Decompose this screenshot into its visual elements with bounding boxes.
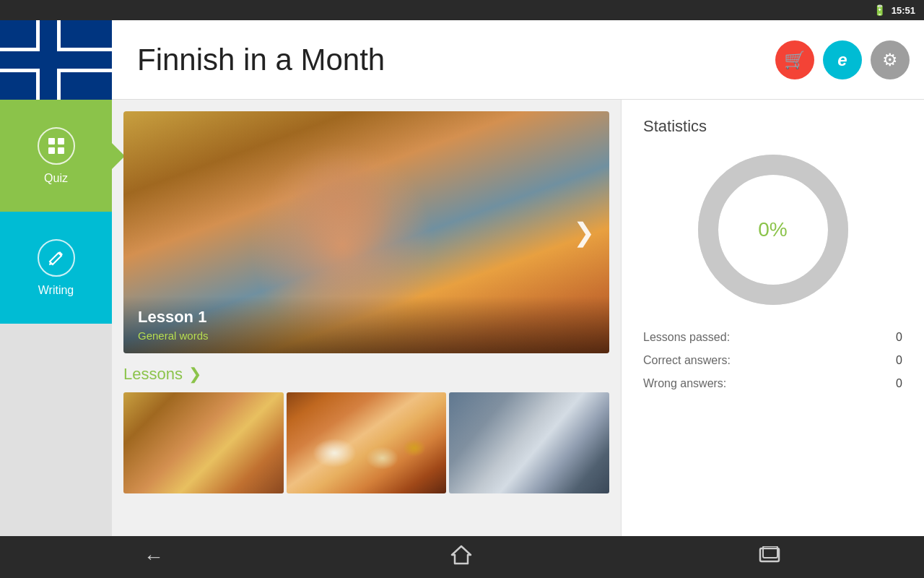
svg-marker-8	[452, 546, 471, 564]
info-icon: e	[837, 50, 847, 70]
lesson-thumb-3[interactable]	[449, 392, 609, 493]
wrong-answers-label: Wrong answers:	[643, 377, 726, 390]
battery-icon: 🔋	[873, 4, 886, 16]
donut-percent: 0%	[758, 218, 787, 241]
cart-icon: 🛒	[784, 50, 806, 70]
home-button[interactable]	[422, 539, 501, 576]
status-time: 15:51	[892, 5, 915, 16]
sidebar-item-writing[interactable]: Writing	[0, 212, 112, 324]
content-area: Quiz Writing Lesson 1 G	[0, 100, 924, 543]
recents-icon	[759, 545, 780, 569]
lessons-grid	[123, 392, 609, 493]
sidebar-item-quiz[interactable]: Quiz	[0, 100, 112, 212]
back-button[interactable]: ←	[115, 540, 193, 574]
donut-chart: 0%	[694, 150, 853, 309]
quiz-label: Quiz	[44, 172, 68, 185]
wrong-answers-value: 0	[896, 377, 902, 390]
recents-button[interactable]	[730, 540, 809, 574]
header-buttons: 🛒 e ⚙	[775, 40, 910, 79]
correct-answers-label: Correct answers:	[643, 354, 731, 367]
lessons-header: Lessons ❯	[123, 365, 609, 384]
svg-rect-3	[58, 147, 64, 154]
quiz-icon-container	[38, 127, 75, 165]
svg-rect-0	[48, 138, 55, 144]
wrong-answers-row: Wrong answers: 0	[643, 377, 902, 390]
status-bar: 🔋 15:51	[0, 0, 924, 20]
info-button[interactable]: e	[823, 40, 862, 79]
lessons-passed-row: Lessons passed: 0	[643, 331, 902, 344]
lessons-passed-value: 0	[896, 331, 902, 344]
gear-icon: ⚙	[882, 50, 898, 70]
settings-button[interactable]: ⚙	[871, 40, 910, 79]
lesson-thumb-1[interactable]	[123, 392, 284, 493]
sidebar: Quiz Writing	[0, 100, 112, 543]
lesson-title: Lesson 1	[138, 308, 595, 327]
correct-answers-row: Correct answers: 0	[643, 354, 902, 367]
lesson-thumb-2[interactable]	[287, 392, 447, 493]
writing-label: Writing	[38, 284, 74, 297]
app-container: Finnish in a Month 🛒 e ⚙	[0, 20, 924, 543]
lesson-next-arrow[interactable]: ❯	[573, 217, 595, 248]
cart-button[interactable]: 🛒	[775, 40, 814, 79]
lessons-title: Lessons	[123, 365, 183, 384]
nav-bar: ←	[0, 536, 924, 578]
main-content: Lesson 1 General words ❯ Lessons ❯	[112, 100, 621, 543]
writing-icon-container	[38, 239, 75, 277]
flag-icon	[0, 20, 112, 100]
featured-lesson[interactable]: Lesson 1 General words ❯	[123, 111, 609, 353]
lessons-passed-label: Lessons passed:	[643, 331, 730, 344]
grid-icon	[47, 137, 66, 155]
svg-rect-1	[58, 138, 64, 144]
donut-chart-container: 0%	[643, 150, 902, 309]
header: Finnish in a Month 🛒 e ⚙	[0, 20, 924, 100]
stats-title: Statistics	[643, 117, 902, 136]
home-icon	[450, 545, 472, 570]
lessons-arrow[interactable]: ❯	[188, 365, 201, 384]
stats-panel: Statistics 0%	[621, 100, 924, 543]
lessons-section: Lessons ❯	[123, 365, 609, 493]
app-title: Finnish in a Month	[137, 43, 775, 77]
lesson-subtitle: General words	[138, 329, 595, 342]
pencil-icon	[47, 249, 66, 267]
correct-answers-value: 0	[896, 354, 902, 367]
lesson-overlay: Lesson 1 General words	[123, 296, 609, 353]
svg-rect-2	[48, 147, 55, 154]
back-icon: ←	[144, 545, 164, 569]
